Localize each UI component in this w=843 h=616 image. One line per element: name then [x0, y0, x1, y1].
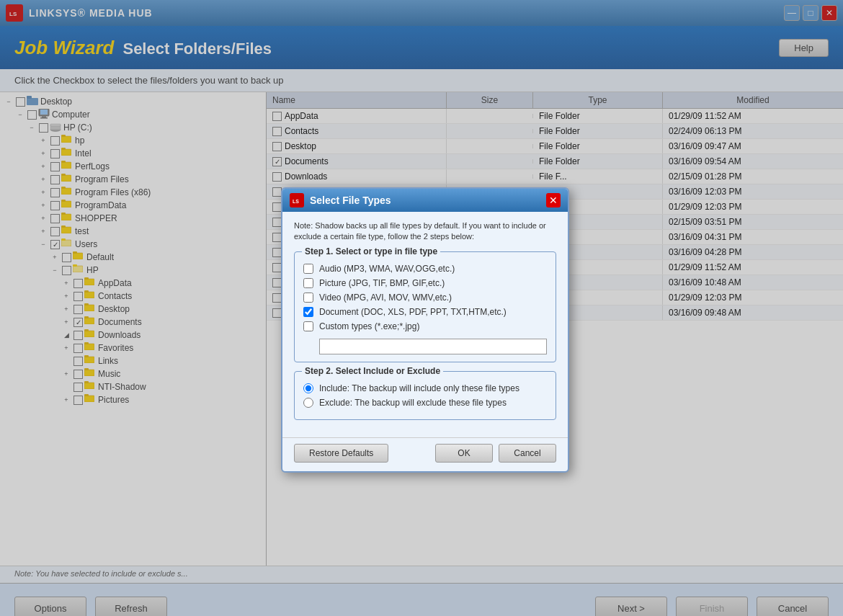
dialog-app-icon: LS	[290, 193, 304, 207]
dialog-ok-button[interactable]: OK	[435, 444, 493, 463]
label-include: Include: The backup will include only th…	[319, 383, 519, 393]
modal-overlay: LS Select File Types ✕ Note: Shadow back…	[0, 0, 843, 616]
dialog-note: Note: Shadow backs up all file types by …	[294, 220, 556, 243]
checkbox-document[interactable]	[303, 307, 313, 317]
dialog-body: Note: Shadow backs up all file types by …	[282, 212, 568, 437]
label-picture: Picture (JPG, TIF, BMP, GIF,etc.)	[319, 278, 445, 288]
dialog-option-custom[interactable]: Custom types (*.exe;*.jpg)	[303, 321, 547, 331]
select-file-types-dialog: LS Select File Types ✕ Note: Shadow back…	[281, 187, 569, 473]
radio-include[interactable]	[303, 383, 313, 393]
dialog-option-picture[interactable]: Picture (JPG, TIF, BMP, GIF,etc.)	[303, 278, 547, 288]
checkbox-video[interactable]	[303, 293, 313, 303]
dialog-title-bar: LS Select File Types ✕	[282, 189, 568, 212]
dialog-step1-section: Step 1. Select or type in file type Audi…	[294, 251, 556, 362]
dialog-title-text: Select File Types	[310, 195, 391, 206]
dialog-title-left: LS Select File Types	[290, 193, 391, 207]
custom-types-input[interactable]	[319, 339, 547, 354]
label-audio: Audio (MP3, WMA, WAV,OGG,etc.)	[319, 264, 455, 274]
dialog-option-document[interactable]: Document (DOC, XLS, PDF, PPT, TXT,HTM,et…	[303, 307, 547, 317]
label-exclude: Exclude: The backup will exclude these f…	[319, 398, 507, 408]
dialog-step2-section: Step 2. Select Include or Exclude Includ…	[294, 371, 556, 420]
radio-exclude[interactable]	[303, 398, 313, 408]
dialog-footer: Restore Defaults OK Cancel	[282, 437, 568, 471]
dialog-option-audio[interactable]: Audio (MP3, WMA, WAV,OGG,etc.)	[303, 264, 547, 274]
dialog-option-video[interactable]: Video (MPG, AVI, MOV, WMV,etc.)	[303, 293, 547, 303]
dialog-cancel-button[interactable]: Cancel	[499, 444, 556, 463]
dialog-close-button[interactable]: ✕	[546, 193, 561, 207]
dialog-option-include[interactable]: Include: The backup will include only th…	[303, 383, 547, 393]
label-custom: Custom types (*.exe;*.jpg)	[319, 321, 419, 331]
dialog-step2-title: Step 2. Select Include or Exclude	[302, 366, 443, 376]
svg-text:LS: LS	[293, 199, 299, 204]
checkbox-picture[interactable]	[303, 278, 313, 288]
label-document: Document (DOC, XLS, PDF, PPT, TXT,HTM,et…	[319, 307, 507, 317]
dialog-option-exclude[interactable]: Exclude: The backup will exclude these f…	[303, 398, 547, 408]
checkbox-audio[interactable]	[303, 264, 313, 274]
checkbox-custom[interactable]	[303, 321, 313, 331]
restore-defaults-button[interactable]: Restore Defaults	[294, 444, 388, 463]
dialog-step1-title: Step 1. Select or type in file type	[302, 246, 440, 256]
label-video: Video (MPG, AVI, MOV, WMV,etc.)	[319, 293, 452, 303]
